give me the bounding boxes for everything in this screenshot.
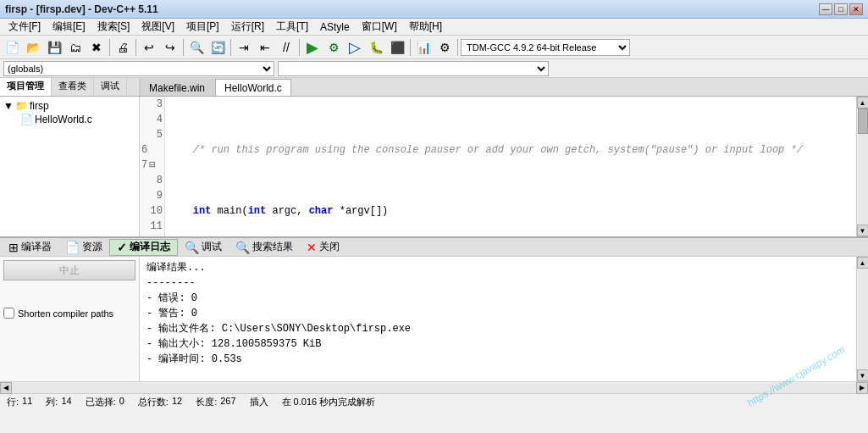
bottom-tab-debug[interactable]: 🔍 调试	[178, 239, 229, 256]
menu-bar: 文件[F] 编辑[E] 搜索[S] 视图[V] 项目[P] 运行[R] 工具[T…	[0, 19, 868, 36]
bottom-scroll-track[interactable]	[858, 269, 868, 369]
close-tab-label: 关闭	[319, 240, 340, 254]
bottom-content: 中止 Shorten compiler paths 编译结果... ------…	[0, 257, 868, 381]
save-button[interactable]: 💾	[44, 38, 64, 57]
find-button[interactable]: 🔍	[186, 38, 207, 57]
menu-run[interactable]: 运行[R]	[226, 19, 269, 35]
globals-dropdown-2[interactable]	[278, 61, 549, 76]
menu-astyle[interactable]: AStyle	[315, 20, 355, 34]
length-value: 267	[220, 396, 235, 408]
tab-helloworld[interactable]: HelloWorld.c	[215, 79, 291, 96]
bottom-right-scrollbar[interactable]: ▲ ▼	[856, 257, 868, 381]
toolbar-sep-2	[135, 39, 136, 56]
replace-button[interactable]: 🔄	[207, 38, 228, 57]
status-parse-time: 在 0.016 秒内完成解析	[282, 396, 376, 408]
toolbar-sep-1	[109, 39, 110, 56]
maximize-button[interactable]: □	[834, 3, 848, 15]
menu-project[interactable]: 项目[P]	[181, 19, 224, 35]
minimize-button[interactable]: —	[819, 3, 832, 15]
total-label: 总行数:	[138, 396, 169, 408]
scroll-down-arrow[interactable]: ▼	[857, 225, 869, 236]
bottom-panel: ⊞ 编译器 📄 资源 ✓ 编译日志 🔍 调试 🔍 搜索结果 ✕ 关闭	[0, 236, 868, 393]
menu-edit[interactable]: 编辑[E]	[47, 19, 91, 35]
save-all-button[interactable]: 🗂	[65, 38, 86, 57]
tab-class-view[interactable]: 查看类	[52, 78, 94, 96]
code-line-6: int main(int argc, char *argv[])	[169, 203, 853, 219]
shorten-paths-checkbox[interactable]	[3, 308, 14, 319]
selected-value: 0	[119, 396, 124, 408]
stop-compile-button[interactable]: 中止	[3, 260, 135, 280]
status-col: 列: 14	[46, 396, 71, 408]
chart-button[interactable]: 📊	[413, 38, 434, 57]
run-button[interactable]: ▷	[345, 38, 365, 57]
code-line-7: {	[169, 234, 853, 236]
bottom-tab-close[interactable]: ✕ 关闭	[300, 239, 346, 256]
tab-debug[interactable]: 调试	[94, 78, 127, 96]
indent-button[interactable]: ⇥	[234, 38, 254, 57]
globals-bar: (globals)	[0, 59, 868, 78]
toolbar-sep-5	[299, 39, 300, 56]
tree-file-item[interactable]: 📄 HelloWorld.c	[20, 114, 135, 125]
tab-makefile[interactable]: Makefile.win	[140, 79, 214, 96]
redo-button[interactable]: ↪	[160, 38, 180, 57]
undo-button[interactable]: ↩	[139, 38, 159, 57]
editor-scrollbar[interactable]: ▲ ▼	[856, 97, 868, 236]
output-line-4: - 警告: 0	[147, 308, 197, 319]
output-line-1: 编译结果...	[147, 262, 206, 274]
bottom-scroll-up[interactable]: ▲	[857, 257, 869, 269]
tree-root-item: ▼ 📁 firsp	[3, 100, 135, 112]
globals-dropdown[interactable]: (globals)	[3, 61, 274, 76]
row-value: 11	[22, 396, 32, 408]
parse-time-value: 在 0.016 秒内完成解析	[282, 396, 376, 408]
code-content[interactable]: /* run this program using the console pa…	[165, 97, 856, 236]
comment-button[interactable]: //	[276, 38, 296, 57]
new-button[interactable]: 📄	[2, 38, 22, 57]
tab-project-manager[interactable]: 项目管理	[0, 78, 52, 96]
status-mode: 插入	[250, 396, 268, 408]
bottom-tab-search[interactable]: 🔍 搜索结果	[229, 239, 300, 256]
menu-help[interactable]: 帮助[H]	[404, 19, 447, 35]
resources-tab-icon: 📄	[65, 241, 80, 254]
close-file-button[interactable]: ✖	[86, 38, 107, 57]
code-line-3	[169, 112, 853, 127]
bottom-tab-compile-log[interactable]: ✓ 编译日志	[109, 239, 178, 256]
unindent-button[interactable]: ⇤	[255, 38, 275, 57]
settings-button[interactable]: ⚙	[434, 38, 455, 57]
stop-button[interactable]: ⬛	[387, 38, 407, 57]
bottom-scroll-down[interactable]: ▼	[857, 369, 869, 381]
menu-view[interactable]: 视图[V]	[136, 19, 180, 35]
compile-run-button[interactable]: ▶	[302, 38, 323, 57]
menu-file[interactable]: 文件[F]	[3, 19, 46, 35]
project-tree: ▼ 📁 firsp 📄 HelloWorld.c	[0, 97, 139, 236]
hscroll-right-arrow[interactable]: ▶	[856, 382, 868, 394]
open-button[interactable]: 📂	[23, 38, 43, 57]
shorten-paths-label: Shorten compiler paths	[18, 308, 113, 319]
menu-search[interactable]: 搜索[S]	[92, 19, 135, 35]
menu-tools[interactable]: 工具[T]	[271, 19, 313, 35]
menu-window[interactable]: 窗口[W]	[357, 19, 402, 35]
compiler-select[interactable]: TDM-GCC 4.9.2 64-bit Release	[461, 39, 630, 56]
scroll-up-arrow[interactable]: ▲	[857, 97, 869, 108]
compile-button[interactable]: ⚙	[323, 38, 344, 57]
folder-icon: 📁	[15, 100, 28, 112]
hscroll-track[interactable]	[12, 383, 856, 393]
debug-tab-label: 调试	[202, 240, 222, 254]
project-name: firsp	[30, 100, 49, 112]
scroll-track[interactable]	[858, 108, 868, 225]
resources-tab-label: 资源	[82, 240, 102, 254]
shorten-paths-option: Shorten compiler paths	[3, 308, 135, 319]
title-text: firsp - [firsp.dev] - Dev-C++ 5.11	[5, 3, 158, 15]
output-line-3: - 错误: 0	[147, 292, 197, 304]
print-button[interactable]: 🖨	[113, 38, 133, 57]
bottom-hscroll[interactable]: ◀ ▶	[0, 381, 868, 393]
bottom-tab-compiler[interactable]: ⊞ 编译器	[2, 239, 58, 256]
hscroll-left-arrow[interactable]: ◀	[0, 382, 12, 394]
status-selected: 已选择: 0	[86, 396, 124, 408]
close-button[interactable]: ✕	[849, 3, 863, 15]
output-line-2: --------	[147, 277, 196, 289]
scroll-thumb[interactable]	[858, 108, 868, 134]
debug-button[interactable]: 🐛	[366, 38, 386, 57]
bottom-tab-resources[interactable]: 📄 资源	[58, 239, 109, 256]
status-row: 行: 11	[7, 396, 32, 408]
search-tab-icon: 🔍	[235, 241, 250, 254]
